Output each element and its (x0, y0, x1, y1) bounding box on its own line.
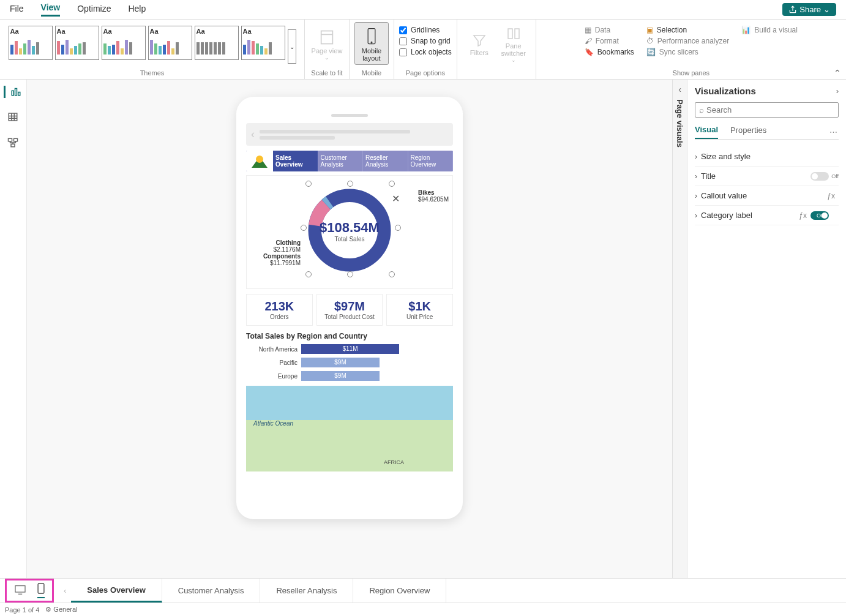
menu-file[interactable]: File (10, 4, 24, 16)
mobile-layout-button[interactable]: Mobile layout (354, 22, 389, 65)
settings-icon: ⚙ (45, 606, 51, 613)
mobile-icon (365, 28, 378, 46)
fx-icon[interactable]: ƒx (799, 211, 807, 220)
tab-visual[interactable]: Visual (695, 125, 718, 139)
page-view-icon (318, 29, 335, 46)
data-pane-toggle[interactable]: ▦Data (585, 26, 634, 34)
bar-chart[interactable]: North America$11M Pacific$9M Europe$9M (246, 344, 453, 381)
chevron-right-icon: › (695, 152, 697, 161)
expand-page-visuals[interactable]: ‹ (678, 85, 681, 94)
phone-tab-sales-overview[interactable]: SalesOverview (273, 151, 318, 171)
page-tab-reseller-analysis[interactable]: Reseller Analysis (260, 579, 353, 603)
performance-pane-toggle[interactable]: ⏱Performance analyzer (646, 37, 729, 45)
more-options[interactable]: ⋯ (829, 127, 839, 137)
prop-size-style[interactable]: › Size and style (695, 147, 839, 167)
bookmarks-pane-toggle[interactable]: 🔖Bookmarks (585, 48, 634, 56)
tabs-prev[interactable]: ‹ (59, 586, 71, 595)
page-visuals-label: Page visuals (675, 99, 684, 148)
fx-icon[interactable]: ƒx (827, 192, 835, 200)
theme-option[interactable]: Aa (9, 26, 53, 60)
metric-card-orders[interactable]: 213KOrders (246, 294, 313, 326)
viz-search-input[interactable] (706, 105, 834, 115)
theme-option[interactable]: Aa (195, 26, 239, 60)
metric-card-price[interactable]: $1KUnit Price (386, 294, 453, 326)
chevron-right-icon: › (695, 192, 697, 200)
phone-tab-reseller-analysis[interactable]: ResellerAnalysis (363, 151, 408, 171)
menu-view[interactable]: View (41, 2, 61, 17)
svg-rect-0 (321, 31, 333, 44)
map-visual[interactable]: Atlantic Ocean AFRICA (246, 386, 453, 471)
svg-rect-23 (38, 584, 44, 593)
phone-tab-customer-analysis[interactable]: CustomerAnalysis (318, 151, 364, 171)
map-ocean-label: Atlantic Ocean (253, 420, 293, 427)
collapse-visualizations[interactable]: › (836, 86, 839, 96)
gridlines-checkbox[interactable]: Gridlines (399, 26, 452, 34)
svg-rect-14 (8, 138, 12, 141)
share-icon (788, 6, 797, 14)
bookmark-icon: 🔖 (585, 48, 594, 56)
donut-label-bikes: Bikes$94.6205M (418, 189, 449, 203)
report-view-icon[interactable] (4, 86, 16, 98)
theme-option[interactable]: Aa (102, 26, 146, 60)
donut-center-value: $108.54M (247, 220, 452, 236)
theme-option[interactable]: Aa (241, 26, 285, 60)
ribbon-collapse[interactable]: ⌃ (834, 68, 841, 78)
page-tab-sales-overview[interactable]: Sales Overview (71, 579, 162, 603)
phone-tab-region-overview[interactable]: RegionOverview (408, 151, 454, 171)
page-tab-customer-analysis[interactable]: Customer Analysis (162, 579, 261, 603)
svg-rect-16 (11, 144, 15, 147)
perf-icon: ⏱ (646, 37, 654, 45)
sync-icon: 🔄 (646, 48, 656, 56)
prop-title[interactable]: › Title Off (695, 167, 839, 186)
mobile-preview: ‹ SalesOverview CustomerAnalysis Reselle… (236, 97, 463, 519)
theme-option[interactable]: Aa (148, 26, 192, 60)
selection-pane-toggle[interactable]: ▣Selection (646, 26, 729, 34)
share-label: Share (799, 5, 821, 14)
desktop-layout-icon[interactable] (14, 585, 26, 596)
title-toggle[interactable] (810, 172, 829, 181)
phone-notch (331, 114, 368, 117)
theme-option[interactable]: Aa (55, 26, 99, 60)
show-panes-label: Show panes (673, 69, 710, 78)
svg-rect-4 (508, 29, 512, 39)
build-icon: 📊 (741, 26, 751, 34)
status-page: Page 1 of 4 (5, 606, 39, 614)
back-icon[interactable]: ‹ (251, 128, 255, 141)
lock-objects-checkbox[interactable]: Lock objects (399, 48, 452, 56)
menu-help[interactable]: Help (128, 4, 146, 16)
prop-category-label[interactable]: › Category label ƒx On (695, 206, 839, 225)
map-africa-label: AFRICA (384, 459, 404, 465)
mobile-layout-icon[interactable] (37, 583, 45, 598)
scale-to-fit-label: Scale to fit (311, 69, 342, 78)
close-selection-icon[interactable]: ✕ (392, 193, 400, 205)
pane-icon (506, 26, 521, 41)
themes-dropdown[interactable]: ⌄ (288, 29, 296, 64)
metric-card-cost[interactable]: $97MTotal Product Cost (316, 294, 383, 326)
filters-button[interactable]: Filters (462, 22, 496, 65)
search-icon: ⌕ (699, 105, 704, 115)
chevron-right-icon: › (695, 211, 697, 220)
tab-properties[interactable]: Properties (730, 126, 766, 138)
report-logo (246, 151, 273, 171)
donut-label-clothing: Clothing$2.1176M Components$11.7991M (249, 239, 301, 266)
viz-search[interactable]: ⌕ (695, 102, 839, 118)
chevron-down-icon: ⌄ (823, 5, 830, 14)
svg-point-3 (371, 42, 372, 43)
pane-switcher-button[interactable]: Pane switcher⌄ (496, 22, 531, 65)
sync-slicers-toggle[interactable]: 🔄Sync slicers (646, 48, 729, 56)
table-view-icon[interactable] (7, 111, 20, 124)
share-button[interactable]: Share ⌄ (782, 3, 836, 16)
format-pane-toggle[interactable]: 🖌Format (585, 37, 634, 45)
chevron-right-icon: › (695, 172, 697, 181)
selection-icon: ▣ (646, 26, 653, 34)
model-view-icon[interactable] (7, 137, 20, 149)
page-tab-region-overview[interactable]: Region Overview (353, 579, 446, 603)
page-view-button[interactable]: Page view⌄ (310, 22, 344, 65)
build-visual-toggle[interactable]: 📊Build a visual (741, 26, 798, 34)
snap-to-grid-checkbox[interactable]: Snap to grid (399, 37, 452, 45)
donut-visual[interactable]: $108.54M Total Sales Bikes$94.6205M Clot… (246, 175, 453, 289)
svg-rect-21 (15, 586, 25, 592)
menu-optimize[interactable]: Optimize (77, 4, 111, 16)
svg-rect-7 (15, 89, 17, 96)
prop-callout[interactable]: › Callout value ƒx (695, 186, 839, 206)
